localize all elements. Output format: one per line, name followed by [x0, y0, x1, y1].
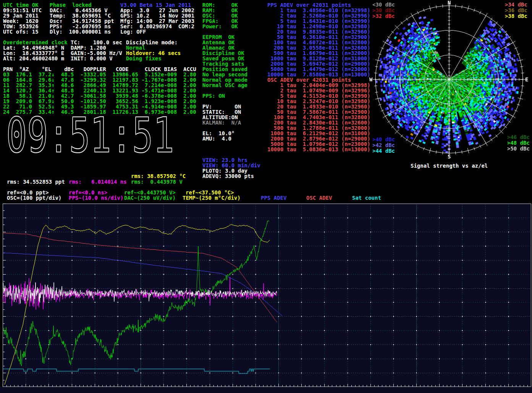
discipline-fixes: Doing fixes	[126, 56, 162, 61]
scale-osc-adev: OSC ADEV	[306, 195, 332, 201]
legend-item: >36 dBc	[505, 8, 527, 13]
discipline-normal: Normal	[126, 45, 146, 50]
digital-clock: 09:51:51	[5, 114, 181, 157]
loop-params-block: TC: 100.0 sec DAMP: 1.200 GAIN:-5.000 Hz…	[71, 40, 122, 61]
legend-item: >30 dBc	[372, 8, 395, 13]
rms-temp: rms: 38.857502 °C	[131, 173, 186, 179]
discipline-holdover: Holdover: 46 secs	[126, 50, 181, 56]
legend-item: >44 dBc	[372, 148, 395, 154]
view-settings: VIEW: 23.0 hrs VIEW: 60.0 min/div	[202, 157, 260, 168]
scale-temp: TEMP~(250 m°C/div)	[183, 195, 241, 201]
polar-legend-top-left: <30 dBc>30 dBc>32 dBc	[372, 2, 395, 19]
history-plot-canvas	[3, 204, 531, 387]
legend-item: >42 dBc	[372, 142, 395, 148]
pps-adev-table: PPS ADEV over 42031 points 1 tau 3.4856e…	[267, 2, 370, 77]
ref-osc: ref=<0.0 ppt>	[7, 190, 49, 195]
position-header: Overdetermined clock	[3, 40, 68, 45]
version-header: V3.00 Beta 15 Jan 2011	[120, 2, 191, 8]
fix-flags: PV: ON STATIC: ON ALTITUDE:ON	[202, 104, 241, 120]
legend-item: >46 dBc	[507, 134, 530, 140]
scale-pps-adev: PPS ADEV	[261, 195, 286, 201]
digital-clock-text: 09:51:51	[6, 114, 174, 157]
legend-item: >50 dBc	[507, 146, 530, 152]
ref-temp: ref~<37.500 °C>	[186, 190, 234, 195]
phase-block: DAC: 0.445366 V Temp: 38.659691 °C Osc↑ …	[50, 8, 114, 34]
sat-table-rows: 03 176.1 37.2↓ 48.5 -3332.05 13986.65 5.…	[3, 72, 196, 115]
pps-state: PPS: ON	[202, 93, 225, 99]
rms-pps: rms: 6.014014 ns	[69, 179, 127, 184]
el-amu-block: EL: 10.0° AMU: 4.0	[202, 131, 234, 141]
rms-dac: rms: 0.443978 V	[131, 179, 183, 184]
polar-legend-bottom-left: >40 dBc>42 dBc>44 dBc	[372, 137, 395, 154]
kalman-flag: KALMAN: N/A	[202, 120, 241, 125]
polar-legend-bottom-right: >46 dBc>48 dBc>50 dBc	[507, 134, 530, 152]
legend-item: <30 dBc	[372, 2, 395, 8]
version-block: App: 3.0 27 Jun 2002 GPS: 10.2 14 Nov 20…	[120, 8, 194, 34]
discipline-header: Discipline mode:	[126, 40, 178, 45]
position-block: Lat: 54.4964948° N Lon: 18.4333777° E Al…	[3, 45, 64, 61]
scale-pps: PPS~(10.0 ns/div)	[69, 195, 123, 201]
scale-osc: OSC=(100 ppt/div)	[7, 195, 61, 201]
bottom-strip	[0, 387, 532, 393]
ref-dac: ref~<0.443750 V>	[124, 190, 176, 195]
phase-status-header: Phase locked	[50, 2, 92, 8]
utc-status-header: UTC time OK	[3, 2, 39, 8]
legend-item: >40 dBc	[372, 137, 395, 142]
polar-legend-top-right: >34 dBc>36 dBc>38 dBc	[505, 2, 527, 19]
ref-pps: ref=<0.0 ns>	[69, 190, 107, 195]
polar-caption: Signal strength vs az/el	[411, 163, 488, 168]
scale-sat-count: Sat count	[352, 195, 381, 201]
rms-osc: rms: 34.552853 ppt	[7, 179, 65, 184]
plot-queue-settings: PLOTQ: 3.0 day ADEVQ: 33000 pts	[202, 168, 254, 179]
legend-item: >38 dBc	[505, 13, 527, 19]
legend-item: >48 dBc	[507, 140, 530, 146]
legend-item: >34 dBc	[505, 2, 527, 8]
osc-adev-table: OSC ADEV over 42031 points 1 tau 2.0404e…	[267, 77, 370, 152]
receiver-status-list: ROM: OK RAM: OK OSC: OK FPGA: OK Power: …	[202, 2, 247, 88]
scale-dac: DAC~(250 uV/div)	[124, 195, 176, 201]
lady-heather-gpsdo-screen: UTC time OK 09:51:51 UTC 29 Jan 2011 Wee…	[0, 0, 532, 393]
time-block: 09:51:51 UTC 29 Jan 2011 Week: 1620 TOW:…	[3, 8, 42, 34]
legend-item: >32 dBc	[372, 13, 395, 19]
sat-table-header: PRN °AZ °EL dBc DOPPLER CODE CLOCK BIAS …	[3, 66, 196, 72]
